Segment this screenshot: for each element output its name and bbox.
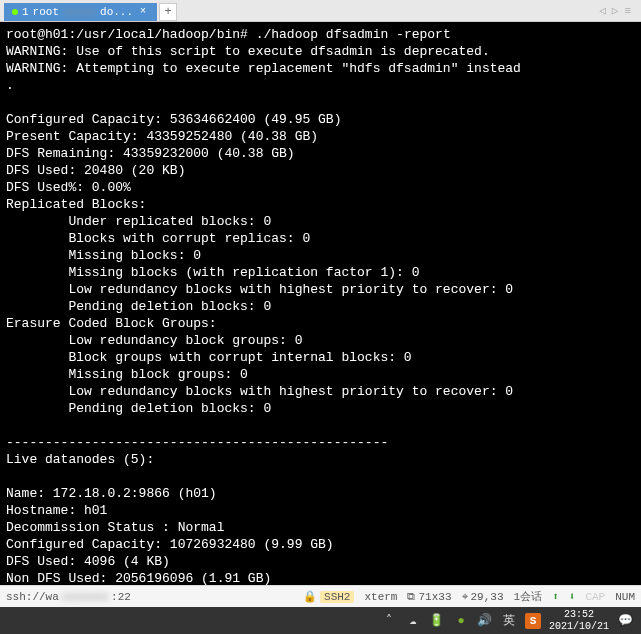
shell-command: ./hadoop dfsadmin -report bbox=[256, 27, 451, 42]
cloud-icon[interactable]: ☁ bbox=[405, 613, 421, 629]
volume-icon[interactable]: 🔊 bbox=[477, 613, 493, 629]
conn-port: :22 bbox=[111, 591, 131, 603]
caps-indicator: CAP bbox=[585, 591, 605, 603]
next-icon[interactable]: ▷ bbox=[612, 4, 619, 17]
cursor-pos: ⌖ 29,33 bbox=[462, 591, 504, 603]
system-clock[interactable]: 23:52 2021/10/21 bbox=[549, 609, 609, 633]
tab-suffix: do... bbox=[100, 6, 133, 18]
num-indicator: NUM bbox=[615, 591, 635, 603]
prev-icon[interactable]: ◁ bbox=[599, 4, 606, 17]
new-tab-button[interactable]: + bbox=[159, 3, 177, 21]
ime-lang[interactable]: 英 bbox=[501, 613, 517, 629]
session-count: 1会话 bbox=[514, 589, 543, 604]
tab-root[interactable]: 1 root xxxxx do... × bbox=[4, 3, 157, 21]
ssh-indicator: 🔒 SSH2 bbox=[303, 590, 354, 603]
conn-prefix: ssh://wa bbox=[6, 591, 59, 603]
status-bar: ssh://waxxxxxxx:22 🔒 SSH2 xterm ⧉ 71x33 … bbox=[0, 585, 641, 607]
terminal-output[interactable]: root@h01:/usr/local/hadoop/bin# ./hadoop… bbox=[0, 22, 641, 585]
menu-icon[interactable]: ≡ bbox=[624, 5, 631, 17]
connection-info: ssh://waxxxxxxx:22 bbox=[6, 591, 131, 603]
cursor-icon: ⌖ bbox=[462, 591, 468, 603]
conn-host-blurred: xxxxxxx bbox=[62, 591, 108, 603]
tab-bar: 1 root xxxxx do... × + ◁ ▷ ≡ bbox=[0, 0, 641, 22]
sogou-icon[interactable]: S bbox=[525, 613, 541, 629]
tab-label: root bbox=[33, 6, 59, 18]
tab-host-blurred: xxxxx bbox=[63, 6, 96, 18]
term-size: ⧉ 71x33 bbox=[407, 591, 451, 603]
clock-date: 2021/10/21 bbox=[549, 621, 609, 633]
wechat-icon[interactable]: ● bbox=[453, 613, 469, 629]
close-icon[interactable]: × bbox=[137, 6, 149, 18]
clock-time: 23:52 bbox=[549, 609, 609, 621]
upload-icon[interactable]: ⬆ bbox=[552, 590, 559, 603]
shell-prompt: root@h01:/usr/local/hadoop/bin# bbox=[6, 27, 248, 42]
system-taskbar: ˄ ☁ 🔋 ● 🔊 英 S 23:52 2021/10/21 💬 bbox=[0, 607, 641, 634]
ssh-label: SSH2 bbox=[320, 591, 354, 603]
tabbar-actions: ◁ ▷ ≡ bbox=[599, 4, 641, 17]
term-type: xterm bbox=[364, 591, 397, 603]
window-icon: ⧉ bbox=[407, 591, 415, 603]
status-dot-icon bbox=[12, 9, 18, 15]
tray-up-icon[interactable]: ˄ bbox=[381, 613, 397, 629]
notification-icon[interactable]: 💬 bbox=[617, 613, 633, 629]
battery-icon[interactable]: 🔋 bbox=[429, 613, 445, 629]
tab-index: 1 bbox=[22, 6, 29, 18]
download-icon[interactable]: ⬇ bbox=[569, 590, 576, 603]
